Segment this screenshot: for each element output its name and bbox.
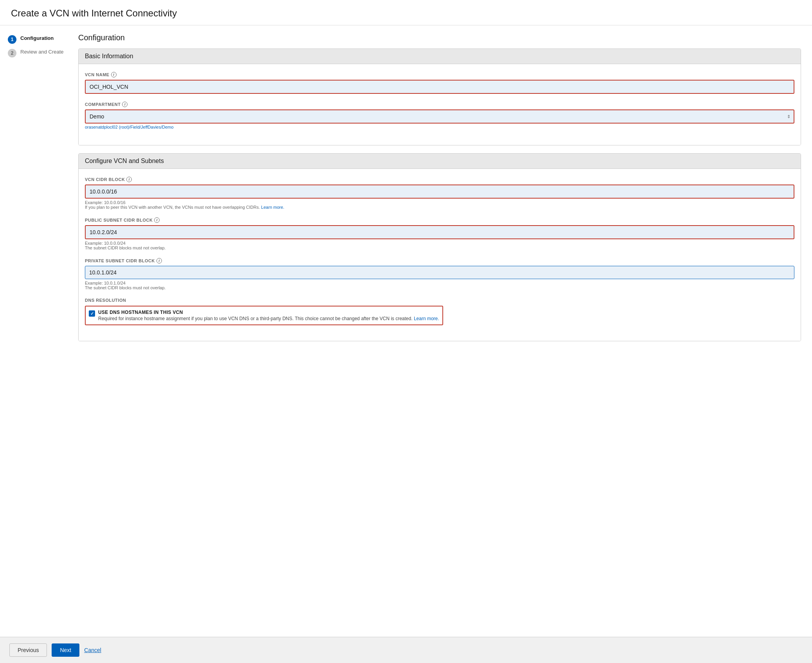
basic-info-header: Basic Information [79, 49, 801, 64]
compartment-select-wrapper: Demo [85, 109, 794, 124]
basic-info-card: Basic Information VCN NAME i COMPARTMENT [78, 48, 801, 145]
sidebar-step-review[interactable]: 2 Review and Create [8, 48, 70, 57]
main-content: Configuration Basic Information VCN NAME… [78, 25, 812, 637]
step-number-2: 2 [8, 49, 16, 57]
vcn-cidr-label: VCN CIDR BLOCK i [85, 177, 794, 182]
sidebar: 1 Configuration 2 Review and Create [0, 25, 78, 637]
public-subnet-label: PUBLIC SUBNET CIDR BLOCK i [85, 217, 794, 223]
dns-resolution-group: DNS RESOLUTION USE DNS HOSTNAMES IN THIS… [85, 298, 794, 325]
cancel-button[interactable]: Cancel [84, 647, 101, 653]
step-label-review: Review and Create [20, 48, 64, 56]
page-header: Create a VCN with Internet Connectivity [0, 0, 812, 25]
vcn-cidr-learn-more[interactable]: Learn more. [261, 205, 284, 210]
vcn-cidr-hint: Example: 10.0.0.0/16 If you plan to peer… [85, 200, 794, 210]
vcn-name-input[interactable] [85, 80, 794, 94]
dns-section-label: DNS RESOLUTION [85, 298, 794, 303]
vcn-cidr-group: VCN CIDR BLOCK i Example: 10.0.0.0/16 If… [85, 177, 794, 210]
private-subnet-group: PRIVATE SUBNET CIDR BLOCK i Example: 10.… [85, 258, 794, 290]
vcn-name-info-icon[interactable]: i [111, 72, 117, 77]
next-button[interactable]: Next [52, 643, 79, 657]
dns-hostname-label: USE DNS HOSTNAMES IN THIS VCN Required f… [98, 310, 439, 321]
public-subnet-group: PUBLIC SUBNET CIDR BLOCK i Example: 10.0… [85, 217, 794, 250]
public-subnet-info-icon[interactable]: i [154, 217, 160, 223]
public-subnet-hint: Example: 10.0.0.0/24 The subnet CIDR blo… [85, 241, 794, 250]
dns-hostname-desc: Required for instance hostname assignmen… [98, 316, 439, 321]
compartment-label: COMPARTMENT i [85, 102, 794, 107]
private-subnet-label: PRIVATE SUBNET CIDR BLOCK i [85, 258, 794, 263]
compartment-path: orasenatdplocl02 (root)/Field/JeffDavies… [85, 125, 794, 129]
configure-vcn-card: Configure VCN and Subnets VCN CIDR BLOCK… [78, 153, 801, 341]
private-subnet-cidr-input[interactable] [85, 266, 794, 279]
configure-vcn-header: Configure VCN and Subnets [79, 154, 801, 169]
page-footer: Previous Next Cancel [0, 637, 812, 663]
public-subnet-cidr-input[interactable] [85, 225, 794, 239]
vcn-cidr-info-icon[interactable]: i [126, 177, 132, 182]
private-subnet-info-icon[interactable]: i [156, 258, 162, 263]
compartment-info-icon[interactable]: i [122, 102, 128, 107]
vcn-cidr-input[interactable] [85, 185, 794, 199]
step-number-1: 1 [8, 35, 16, 44]
configure-vcn-body: VCN CIDR BLOCK i Example: 10.0.0.0/16 If… [79, 169, 801, 341]
compartment-select[interactable]: Demo [85, 109, 794, 124]
section-title: Configuration [78, 33, 801, 42]
vcn-name-group: VCN NAME i [85, 72, 794, 94]
dns-hostname-checkbox-row: USE DNS HOSTNAMES IN THIS VCN Required f… [85, 306, 443, 325]
sidebar-step-configuration[interactable]: 1 Configuration [8, 35, 70, 44]
basic-info-body: VCN NAME i COMPARTMENT i Dem [79, 64, 801, 145]
dns-hostname-checkbox[interactable] [89, 310, 95, 317]
previous-button[interactable]: Previous [9, 643, 47, 657]
page-title: Create a VCN with Internet Connectivity [11, 8, 801, 19]
dns-learn-more[interactable]: Learn more. [414, 316, 439, 321]
step-label-configuration: Configuration [20, 35, 54, 42]
compartment-group: COMPARTMENT i Demo orasenatdplocl02 (roo… [85, 102, 794, 129]
vcn-name-label: VCN NAME i [85, 72, 794, 77]
private-subnet-hint: Example: 10.0.1.0/24 The subnet CIDR blo… [85, 281, 794, 290]
